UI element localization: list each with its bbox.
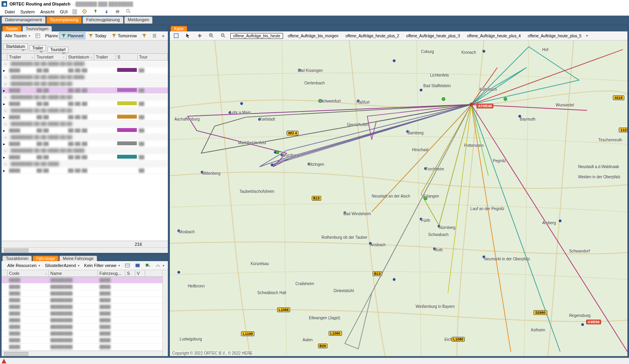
groupbox-startdatum[interactable]: Startdatum	[3, 44, 28, 49]
map-pointer-icon[interactable]	[183, 32, 193, 39]
tours-row[interactable]: ▸██████:████-██-████	[2, 114, 168, 121]
tours-row[interactable]: ▸████████ ██-██-████	[2, 161, 168, 167]
tours-row[interactable]: ▸ ████████ ██-██-████ ██:██	[2, 94, 168, 101]
menu-system[interactable]: System	[18, 9, 37, 14]
vehicles-row[interactable]: ████████████████	[2, 330, 162, 337]
tours-row[interactable]: ▸██████:████-██-████	[2, 167, 168, 174]
toolbar-gear-icon[interactable]	[79, 9, 90, 15]
vehicles-hscroll[interactable]	[2, 351, 162, 356]
vehicles-grid[interactable]: ████████████████████████████████████████…	[2, 277, 162, 351]
toolbar-overflow-icon[interactable]: »	[160, 33, 166, 39]
vcol-code[interactable]: Code▵	[7, 270, 49, 276]
map-zoomin-icon[interactable]	[207, 32, 216, 39]
map-area[interactable]: Bad KissingenCoburgKronachKulmbachHofLic…	[170, 40, 627, 356]
map-pan-icon[interactable]	[195, 32, 204, 39]
filter-today[interactable]: Today	[86, 32, 108, 39]
tours-row[interactable]: ▸ ████████ ██-██-████ ██:██	[2, 134, 168, 141]
vehicles-row[interactable]: ████████████████	[2, 284, 162, 290]
map-fit-icon[interactable]	[171, 32, 181, 39]
vehicles-row[interactable]: ████████████████	[2, 337, 162, 344]
tab-touren[interactable]: Touren	[2, 26, 22, 31]
vehicles-row[interactable]: ████████████████	[2, 277, 162, 284]
silo-dropdown[interactable]: SilostellerAzend	[43, 262, 81, 269]
col-startdatum[interactable]: Startdatum▵	[66, 54, 94, 60]
tab-fahrzeuge[interactable]: Fahrzeuge	[33, 256, 59, 261]
vehicles-row[interactable]: ████████████████	[2, 324, 162, 330]
tab-tourvorlagen[interactable]: Tourvorlagen	[22, 26, 52, 31]
tours-row[interactable]: ▸ ████████ ██-██-████ ██:██	[2, 80, 168, 87]
map-zoomout-icon[interactable]	[219, 32, 228, 39]
city-label: Weißenburg in Bayern	[416, 304, 454, 309]
menu-ansicht[interactable]: Ansicht	[38, 9, 57, 14]
city-label: Mosbach	[179, 230, 195, 234]
tours-row[interactable]: ▸████████ ██-██-████ ██:██ ████	[2, 60, 168, 67]
vcol-expand[interactable]	[2, 270, 7, 276]
col-s[interactable]: S	[116, 54, 138, 60]
vcol-name[interactable]: Name	[49, 270, 98, 276]
tours-filter-dropdown[interactable]: Alle Touren	[3, 33, 32, 39]
query-tab-5[interactable]: offene_Aufträge_heute_plus_5	[526, 33, 584, 38]
vcol-v[interactable]: V	[135, 270, 145, 276]
col-tourstart[interactable]: Tourstart▵	[35, 54, 66, 60]
resource-filter-dropdown[interactable]: Alle Resourcen	[6, 262, 42, 269]
toolbar-download-icon[interactable]	[101, 9, 112, 15]
main-tab-fahrzeugplanung[interactable]: Fahrzeugplanung	[83, 16, 123, 24]
svg-rect-7	[36, 34, 40, 38]
vehicles-tb-add-icon[interactable]: +	[143, 262, 153, 269]
tab-meine-fahrzeuge[interactable]: Meine Fahrzeuge	[59, 256, 97, 261]
main-tab-datenmanagement[interactable]: Datenmanagement	[2, 16, 46, 24]
col-trailer[interactable]: Trailer▵	[7, 54, 35, 60]
tours-layout-dropdown[interactable]: PlannedTrips,A:	[43, 33, 58, 39]
vehicles-row[interactable]: ████████████████	[2, 310, 162, 317]
groupbox-tourstart[interactable]: Tourstart	[48, 47, 68, 53]
query-tab-3[interactable]: offene_Aufträge_heute_plus_3	[404, 33, 462, 38]
tab-karte[interactable]: Karte	[171, 26, 187, 31]
main-tab-meldungen[interactable]: Meldungen	[124, 16, 153, 24]
vehicles-row[interactable]: ████████████████	[2, 304, 162, 310]
toolbar-printer-icon[interactable]	[112, 9, 123, 15]
tours-row[interactable]: ▸██████:████-██-████	[2, 101, 168, 107]
tours-row[interactable]: ▸ ████████ ██-██-████ ██:██	[2, 121, 168, 127]
kein-filter-dropdown[interactable]: Kein Filter verwe	[82, 262, 122, 269]
tours-hscroll[interactable]	[2, 247, 168, 253]
tours-row[interactable]: ▸██████:████-██-████	[2, 87, 168, 94]
vehicles-vscroll[interactable]	[162, 270, 168, 356]
filter-more-icon[interactable]	[140, 32, 149, 39]
tours-row[interactable]: ▸████████ ██-██-████ ██:██ ████	[2, 147, 168, 154]
vehicles-row[interactable]: ████████████████	[2, 317, 162, 324]
toolbar-menu-icon[interactable]	[150, 32, 159, 39]
vehicles-row[interactable]: ████████████████	[2, 297, 162, 304]
toolbar-zoom-icon[interactable]	[123, 9, 134, 15]
query-tab-0[interactable]: offene_Aufträge_bis_heute	[230, 33, 283, 39]
main-tab-tourenplanung[interactable]: Tourenplanung	[46, 16, 82, 24]
vehicles-tb-route-icon[interactable]	[153, 262, 166, 269]
filter-tomorrow[interactable]: Tomorrow	[109, 32, 139, 39]
vehicles-row[interactable]: ████████████████	[2, 344, 162, 350]
query-overflow-icon[interactable]: ▾	[586, 34, 588, 38]
query-tab-2[interactable]: offene_Aufträge_heute_plus_2	[343, 33, 402, 38]
query-tab-4[interactable]: offene_Aufträge_heute_plus_4	[465, 33, 523, 38]
filter-planned[interactable]: Planned	[59, 32, 85, 39]
vehicles-tb-icon1[interactable]	[123, 262, 132, 269]
layout-icon[interactable]	[33, 32, 42, 39]
vehicles-tb-icon2[interactable]	[133, 262, 142, 269]
query-tab-1[interactable]: offene_Aufträge_bis_morgen	[285, 33, 341, 38]
vehicles-row[interactable]: ████████████████	[2, 290, 162, 297]
tours-row[interactable]: ▸██████:████-██-████	[2, 67, 168, 74]
tours-row[interactable]: ▸██████:████-██-████	[2, 141, 168, 147]
col-expand[interactable]	[2, 54, 7, 60]
vcol-s[interactable]: S	[125, 270, 135, 276]
toolbar-upload-icon[interactable]	[90, 9, 101, 15]
tours-grid[interactable]: ▸████████ ██-██-████ ██:██ ████▸██████:█…	[2, 60, 168, 241]
tours-row[interactable]: ▸ ████████ ██-██-████ ██:██	[2, 107, 168, 114]
tab-touraktionen[interactable]: Touraktionen	[2, 256, 32, 261]
col-tour[interactable]: Tour	[138, 54, 168, 60]
col-trailer2[interactable]: Trailer	[94, 54, 116, 60]
menu-gui[interactable]: GUI	[57, 9, 70, 14]
tours-row[interactable]: ▸████████ ██-██-████ ██:██ ████	[2, 74, 168, 80]
tours-row[interactable]: ▸██████:████-██-████	[2, 154, 168, 161]
groupbox-trailer[interactable]: Trailer	[29, 45, 46, 51]
tours-row[interactable]: ▸██████:████-██-████	[2, 127, 168, 134]
vcol-fahrzeug[interactable]: Fahrzeug...	[98, 270, 125, 276]
menu-datei[interactable]: Datei	[2, 9, 17, 14]
